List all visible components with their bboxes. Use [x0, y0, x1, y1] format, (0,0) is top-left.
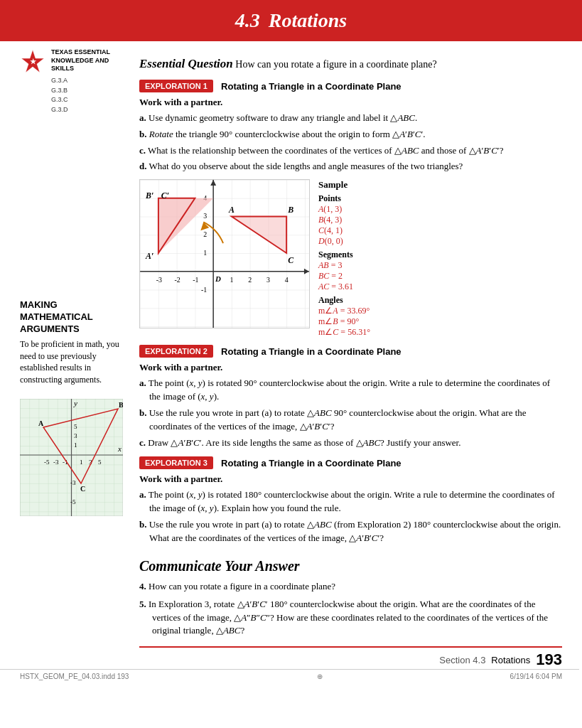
- svg-text:-1: -1: [201, 287, 207, 294]
- section-footer-label: Section 4.3: [439, 655, 485, 665]
- footer-date: 6/19/14 6:04 PM: [510, 673, 562, 680]
- exploration-3-items: a. The point (x, y) is rotated 180° coun…: [139, 488, 562, 545]
- left-sidebar: ★ Texas Essential Knowledge and Skills G…: [20, 48, 130, 516]
- sample-area: -1 -2 -3 1 2 3 4 1 2 3 4 -1 D: [139, 179, 562, 338]
- coordinate-graph: -1 -2 -3 1 2 3 4 1 2 3 4 -1 D: [139, 179, 310, 328]
- exp1-item-c: c. What is the relationship between the …: [139, 144, 562, 158]
- svg-text:5: 5: [74, 423, 77, 430]
- sample-title: Sample: [318, 179, 411, 191]
- segment-AC: AC = 3.61: [318, 282, 411, 292]
- exploration-3-work: Work with a partner.: [139, 473, 562, 485]
- exploration-2-items: a. The point (x, y) is rotated 90° count…: [139, 377, 562, 449]
- footer-crosshair: ⊕: [317, 673, 323, 680]
- svg-text:-5: -5: [70, 498, 76, 505]
- svg-text:-1: -1: [193, 276, 198, 284]
- essential-question: Essential Question How can you rotate a …: [139, 55, 562, 73]
- svg-text:-3: -3: [156, 276, 162, 284]
- svg-text:-5: -5: [44, 459, 50, 466]
- exploration-1-title: Rotating a Triangle in a Coordinate Plan…: [221, 80, 402, 91]
- svg-text:x: x: [117, 444, 122, 453]
- chapter-header: 4.3 Rotations: [0, 0, 582, 41]
- svg-text:3: 3: [266, 276, 270, 284]
- texas-skills-list: G.3.AG.3.BG.3.CG.3.D: [51, 76, 130, 114]
- svg-text:A′: A′: [145, 251, 153, 261]
- segment-BC: BC = 2: [318, 271, 411, 282]
- angles-label: Angles: [318, 295, 411, 306]
- essential-question-label: Essential Question: [139, 57, 233, 70]
- texas-logo-icon: ★: [20, 48, 45, 74]
- svg-text:3: 3: [74, 432, 77, 439]
- exp1-item-a: a. Use dynamic geometry software to draw…: [139, 112, 562, 125]
- texas-essential-label: Texas Essential Knowledge and Skills: [51, 48, 130, 73]
- exploration-2-title: Rotating a Triangle in a Coordinate Plan…: [221, 346, 402, 357]
- svg-text:B: B: [287, 205, 293, 215]
- comm-item-5: 5. In Exploration 3, rotate △A′B′C′ 180°…: [139, 598, 562, 638]
- svg-text:B: B: [119, 401, 123, 409]
- point-B: B(4, 3): [318, 215, 411, 225]
- svg-text:5: 5: [98, 459, 102, 466]
- points-label: Points: [318, 193, 411, 204]
- svg-text:1: 1: [230, 276, 233, 284]
- svg-text:3: 3: [203, 213, 207, 220]
- svg-text:C: C: [288, 255, 294, 265]
- exploration-1-work: Work with a partner.: [139, 97, 562, 108]
- exploration-3-header: EXPLORATION 3 Rotating a Triangle in a C…: [139, 456, 562, 469]
- exploration-1-header: EXPLORATION 1 Rotating a Triangle in a C…: [139, 80, 562, 92]
- svg-text:1: 1: [80, 459, 83, 466]
- angle-B: m∠B = 90°: [318, 316, 411, 327]
- section-number: 4.3: [235, 9, 260, 32]
- essential-question-text: How can you rotate a figure in a coordin…: [235, 59, 436, 70]
- segments-label: Segments: [318, 250, 411, 260]
- exploration-2-header: EXPLORATION 2 Rotating a Triangle in a C…: [139, 345, 562, 358]
- main-content: Essential Question How can you rotate a …: [139, 50, 562, 669]
- angle-A: m∠A = 33.69°: [318, 306, 411, 316]
- svg-text:D: D: [215, 274, 221, 283]
- svg-text:A: A: [38, 419, 44, 427]
- exploration-2-work: Work with a partner.: [139, 362, 562, 373]
- exploration-1-items: a. Use dynamic geometry software to draw…: [139, 112, 562, 173]
- svg-text:-3: -3: [70, 479, 76, 486]
- svg-text:-3: -3: [53, 459, 59, 466]
- svg-text:y: y: [73, 399, 77, 407]
- exp2-item-c: c. Draw △A′B′C′. Are its side lengths th…: [139, 437, 562, 450]
- point-D: D(0, 0): [318, 236, 411, 247]
- svg-text:2: 2: [248, 276, 252, 284]
- segment-AB: AB = 3: [318, 260, 411, 271]
- svg-text:A: A: [228, 205, 235, 215]
- svg-text:4: 4: [285, 276, 289, 284]
- svg-text:1: 1: [203, 249, 207, 257]
- svg-text:C′: C′: [161, 191, 169, 200]
- communicate-section: Communicate Your Answer 4. How can you r…: [139, 558, 562, 638]
- svg-text:B′: B′: [145, 191, 153, 200]
- sample-data-box: Sample Points A(1, 3) B(4, 3) C(4, 1) D(…: [318, 179, 411, 338]
- exploration-1-label: EXPLORATION 1: [139, 80, 213, 92]
- making-math-text: To be proficient in math, you need to us…: [20, 338, 130, 386]
- section-title: Rotations: [269, 9, 347, 32]
- svg-text:1: 1: [74, 441, 77, 449]
- section-footer: Section 4.3 Rotations 193: [139, 646, 562, 669]
- exp1-item-d: d. What do you observe about the side le…: [139, 160, 562, 173]
- communicate-title: Communicate Your Answer: [139, 558, 562, 574]
- exploration-2-label: EXPLORATION 2: [139, 345, 213, 358]
- point-C: C(4, 1): [318, 225, 411, 236]
- exp3-item-a: a. The point (x, y) is rotated 180° coun…: [139, 488, 562, 515]
- page-number: 193: [536, 651, 562, 669]
- making-math-box: MakingMathematicalArguments To be profic…: [20, 299, 130, 386]
- angle-C: m∠C = 56.31°: [318, 327, 411, 338]
- footer-file: HSTX_GEOM_PE_04.03.indd 193: [20, 673, 129, 680]
- exp1-item-b: b. Rotate the triangle 90° counterclockw…: [139, 128, 562, 141]
- svg-text:C: C: [80, 485, 85, 493]
- small-grid-container: x y 1 3 5 -3 -5 -1 1 3 5 -3 -5 A B: [20, 399, 123, 516]
- svg-text:2: 2: [203, 230, 207, 238]
- section-footer-name: Rotations: [491, 655, 530, 665]
- comm-item-4: 4. How can you rotate a figure in a coor…: [139, 580, 562, 594]
- texas-essential-box: ★ Texas Essential Knowledge and Skills G…: [20, 48, 130, 114]
- exp2-item-a: a. The point (x, y) is rotated 90° count…: [139, 377, 562, 404]
- small-grid-svg: x y 1 3 5 -3 -5 -1 1 3 5 -3 -5 A B: [20, 399, 123, 516]
- exp3-item-b: b. Use the rule you wrote in part (a) to…: [139, 518, 562, 545]
- making-math-title: MakingMathematicalArguments: [20, 299, 130, 336]
- exploration-3-title: Rotating a Triangle in a Coordinate Plan…: [221, 458, 402, 469]
- graph-svg: -1 -2 -3 1 2 3 4 1 2 3 4 -1 D: [140, 180, 309, 328]
- point-A: A(1, 3): [318, 204, 411, 215]
- exp2-item-b: b. Use the rule you wrote in part (a) to…: [139, 407, 562, 434]
